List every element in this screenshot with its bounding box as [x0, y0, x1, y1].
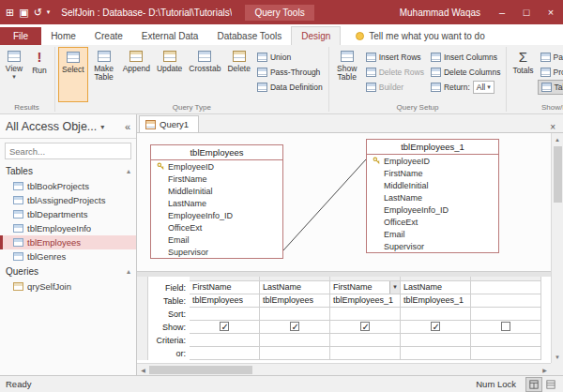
show-checkbox[interactable]: [501, 322, 510, 331]
field-cell[interactable]: [471, 281, 541, 294]
field-row[interactable]: Email: [151, 234, 282, 246]
parameters-button[interactable]: Parameters: [538, 50, 563, 65]
property-sheet-button[interactable]: Property Sheet: [538, 65, 563, 80]
table-cell[interactable]: tblEmployees: [190, 294, 260, 308]
field-row[interactable]: OfficeExt: [151, 221, 282, 234]
show-table-button[interactable]: Show Table: [332, 47, 362, 102]
field-row[interactable]: FirstName: [151, 173, 282, 185]
delete-rows-button[interactable]: Delete Rows: [363, 65, 427, 80]
app-icon[interactable]: ⊞: [6, 7, 14, 19]
sort-cell[interactable]: [471, 308, 541, 321]
totals-button[interactable]: Σ Totals: [510, 47, 536, 102]
tab-create[interactable]: Create: [85, 27, 132, 45]
field-row[interactable]: EmployeeID: [367, 155, 498, 167]
show-cell[interactable]: [471, 321, 541, 334]
document-close-icon[interactable]: ×: [542, 122, 563, 132]
tab-file[interactable]: File: [0, 27, 41, 45]
field-cell-active[interactable]: FirstName▼: [330, 281, 401, 294]
criteria-cell[interactable]: [330, 334, 401, 347]
undo-icon[interactable]: ↺: [34, 7, 42, 19]
view-button[interactable]: View ▾: [2, 47, 26, 102]
insert-columns-button[interactable]: Insert Columns: [428, 50, 503, 65]
scroll-right-icon[interactable]: ▶: [539, 367, 551, 373]
sidebar-item-qrySelfJoin[interactable]: qrySelfJoin: [0, 279, 136, 294]
show-cell[interactable]: [190, 321, 260, 334]
shutter-bar-icon[interactable]: «: [125, 121, 130, 132]
search-input[interactable]: [9, 146, 133, 157]
field-row[interactable]: EmployeeInfo_ID: [367, 204, 498, 216]
delete-columns-button[interactable]: Delete Columns: [428, 65, 503, 80]
sidebar-item-tblAssignedProjects[interactable]: tblAssignedProjects: [0, 193, 136, 207]
update-button[interactable]: Update: [154, 47, 185, 102]
crosstab-button[interactable]: Crosstab: [186, 47, 223, 102]
show-cell[interactable]: [330, 321, 401, 334]
tab-query1[interactable]: Query1: [139, 115, 199, 132]
field-row[interactable]: Email: [367, 228, 498, 240]
query-design-surface[interactable]: tblEmployees EmployeeID FirstName Middle…: [137, 133, 551, 272]
field-row[interactable]: EmployeeID: [151, 160, 282, 173]
return-dropdown[interactable]: All ▾: [473, 81, 495, 94]
nav-section-queries[interactable]: Queries ▴: [0, 264, 136, 279]
vertical-scrollbar[interactable]: ▲ ▼: [551, 133, 563, 363]
field-cell[interactable]: FirstName: [190, 281, 260, 294]
field-row[interactable]: Supervisor: [367, 240, 498, 252]
tab-design[interactable]: Design: [291, 26, 341, 45]
design-view-icon[interactable]: [525, 377, 542, 392]
field-row[interactable]: OfficeExt: [367, 216, 498, 228]
tab-home[interactable]: Home: [41, 27, 85, 45]
field-row[interactable]: MiddleInitial: [151, 185, 282, 197]
tab-database-tools[interactable]: Database Tools: [207, 27, 291, 45]
show-checkbox[interactable]: [290, 322, 299, 331]
scroll-left-icon[interactable]: ◀: [137, 367, 149, 373]
field-cell[interactable]: LastName: [401, 281, 471, 294]
tell-me-box[interactable]: Tell me what you want to do: [350, 27, 490, 45]
insert-rows-button[interactable]: Insert Rows: [363, 50, 427, 65]
minimize-button[interactable]: –: [490, 0, 514, 24]
field-cell[interactable]: LastName: [260, 281, 330, 294]
show-checkbox[interactable]: [431, 322, 440, 331]
save-icon[interactable]: ▣: [19, 7, 28, 19]
datasheet-view-icon[interactable]: [542, 377, 559, 392]
field-row[interactable]: EmployeeInfo_ID: [151, 209, 282, 221]
show-checkbox[interactable]: [220, 322, 229, 331]
sidebar-item-tblEmployeeInfo[interactable]: tblEmployeeInfo: [0, 221, 136, 235]
field-row[interactable]: MiddleInitial: [367, 179, 498, 191]
horizontal-scrollbar[interactable]: ◀ ▶: [137, 363, 551, 375]
sort-cell[interactable]: [190, 308, 260, 321]
data-definition-button[interactable]: Data Definition: [254, 80, 326, 95]
show-checkbox[interactable]: [360, 322, 370, 331]
table-cell[interactable]: tblEmployees_1: [401, 294, 471, 308]
select-button[interactable]: Select: [58, 47, 88, 102]
sidebar-item-tblBookProjects[interactable]: tblBookProjects: [0, 179, 136, 193]
sort-cell[interactable]: [401, 308, 471, 321]
table-names-button[interactable]: Table Names: [538, 80, 563, 95]
or-cell[interactable]: [471, 347, 541, 360]
vertical-scroll-thumb[interactable]: [554, 146, 562, 203]
scroll-down-icon[interactable]: ▼: [552, 351, 563, 363]
or-cell[interactable]: [330, 347, 401, 360]
or-cell[interactable]: [260, 347, 330, 360]
sort-cell[interactable]: [330, 308, 401, 321]
qat-customize-icon[interactable]: ▾: [47, 8, 51, 16]
table-cell[interactable]: [471, 294, 541, 308]
tab-external-data[interactable]: External Data: [132, 27, 208, 45]
field-list-tblEmployees_1[interactable]: tblEmployees_1 EmployeeID FirstName Midd…: [366, 139, 499, 253]
table-cell[interactable]: tblEmployees: [260, 294, 330, 308]
union-button[interactable]: Union: [254, 50, 326, 65]
close-button[interactable]: ×: [539, 0, 563, 24]
field-row[interactable]: LastName: [151, 197, 282, 209]
criteria-cell[interactable]: [401, 334, 471, 347]
show-cell[interactable]: [401, 321, 471, 334]
field-row[interactable]: FirstName: [367, 167, 498, 179]
table-cell[interactable]: tblEmployees_1: [330, 294, 401, 308]
field-dropdown-icon[interactable]: ▼: [389, 281, 400, 294]
field-row[interactable]: Supervisor: [151, 246, 282, 258]
criteria-cell[interactable]: [471, 334, 541, 347]
sidebar-item-tblDepartments[interactable]: tblDepartments: [0, 207, 136, 221]
field-row[interactable]: LastName: [367, 191, 498, 204]
or-cell[interactable]: [190, 347, 260, 360]
or-cell[interactable]: [401, 347, 471, 360]
make-table-button[interactable]: Make Table: [89, 47, 119, 102]
builder-button[interactable]: Builder: [363, 80, 427, 95]
sort-cell[interactable]: [260, 308, 330, 321]
